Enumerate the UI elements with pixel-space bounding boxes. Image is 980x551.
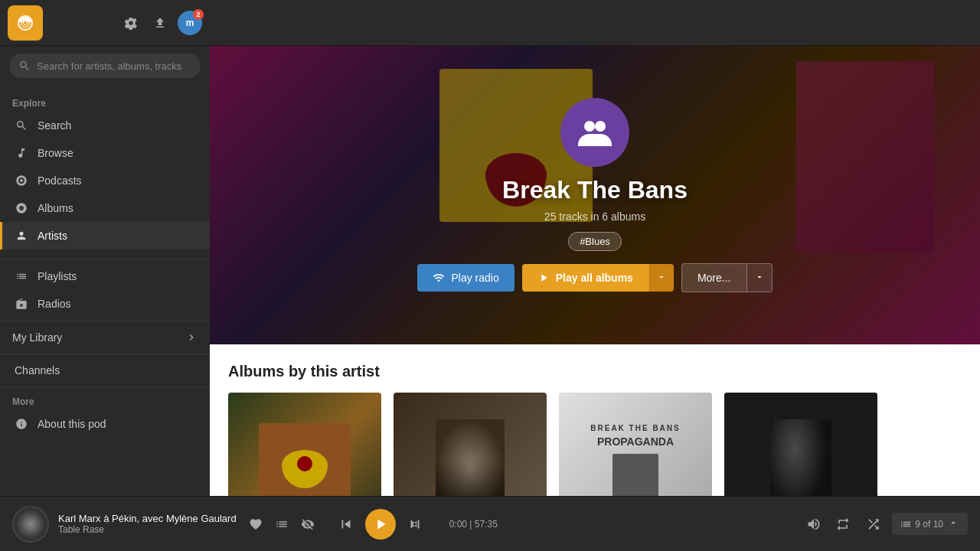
info-icon: [15, 417, 28, 431]
play-all-group: Play all albums: [522, 264, 674, 292]
play-all-label: Play all albums: [556, 272, 633, 284]
player-track-name: Karl Marx à Pékin, avec Mylène Gaulard: [58, 513, 237, 524]
album-card[interactable]: Children In the Closet 2012: [394, 393, 547, 496]
album-thumb: BREAK THE BANS: [228, 393, 381, 496]
search-icon-button[interactable]: [18, 60, 31, 72]
sidebar-item-search-label: Search: [38, 119, 71, 132]
player-thumbnail: [12, 506, 49, 543]
sidebar-item-albums-label: Albums: [38, 202, 74, 214]
app-container: Explore Search Browse Podcasts: [0, 46, 980, 496]
artist-avatar: [560, 98, 629, 167]
play-all-dropdown-button[interactable]: [648, 264, 674, 292]
prev-button[interactable]: [333, 511, 359, 537]
play-all-button[interactable]: Play all albums: [522, 264, 648, 292]
search-container: [0, 46, 210, 86]
svg-point-0: [24, 21, 27, 24]
time-current: 0:00: [449, 519, 467, 530]
sidebar-item-radios-label: Radios: [38, 298, 71, 310]
header-bar: m 2: [0, 0, 980, 46]
sidebar-item-playlists[interactable]: Playlists: [0, 262, 210, 290]
play-radio-label: Play radio: [451, 272, 498, 284]
player-actions-left: [246, 514, 318, 534]
play-radio-button[interactable]: Play radio: [417, 264, 514, 292]
sidebar-item-playlists-label: Playlists: [38, 270, 77, 282]
explore-label: Explore: [0, 92, 210, 112]
queue-button[interactable]: [272, 514, 292, 534]
player-artist-name: Table Rase: [58, 524, 237, 535]
explore-section: Explore Search Browse Podcasts: [0, 86, 210, 256]
player-right: 9 of 10: [803, 512, 968, 536]
sidebar-item-search[interactable]: Search: [0, 112, 210, 139]
podcasts-icon: [15, 174, 28, 187]
avatar-badge: 2: [193, 9, 204, 20]
artist-name: Break The Bans: [502, 176, 688, 204]
more-button[interactable]: More...: [681, 263, 747, 292]
hide-button[interactable]: [298, 514, 318, 534]
play-pause-button[interactable]: [365, 509, 396, 540]
more-label: More...: [697, 272, 731, 284]
more-dropdown-button[interactable]: [747, 263, 773, 292]
sidebar: Explore Search Browse Podcasts: [0, 46, 210, 496]
artists-icon: [15, 229, 28, 243]
player-info: Karl Marx à Pékin, avec Mylène Gaulard T…: [58, 513, 237, 535]
sidebar-item-podcasts[interactable]: Podcasts: [0, 167, 210, 194]
albums-section: Albums by this artist BREAK THE BANS: [210, 344, 980, 496]
sidebar-item-about-label: About this pod: [38, 418, 106, 430]
radios-icon: [15, 297, 28, 311]
avatar-initials: m: [186, 18, 194, 28]
app-logo: [8, 5, 43, 41]
sidebar-item-radios[interactable]: Radios: [0, 290, 210, 318]
my-library-section[interactable]: My Library: [0, 324, 210, 350]
time-display: 0:00 | 57:35: [449, 519, 498, 530]
sidebar-item-channels[interactable]: Channels: [0, 357, 210, 383]
artist-hero: Break The Bans 25 tracks in 6 albums #Bl…: [210, 46, 980, 344]
sidebar-item-artists[interactable]: Artists: [0, 222, 210, 249]
channels-label: Channels: [15, 364, 60, 377]
upload-button[interactable]: [149, 11, 172, 34]
artist-info: Break The Bans 25 tracks in 6 albums #Bl…: [210, 46, 980, 344]
browse-icon: [15, 146, 28, 160]
search-box: [9, 54, 201, 78]
album-card[interactable]: BREAK THE BANS Break The Bans 2014: [228, 393, 381, 496]
more-section-label: More: [0, 390, 210, 410]
player-bar: Karl Marx à Pékin, avec Mylène Gaulard T…: [0, 496, 980, 551]
avatar-button[interactable]: m 2: [178, 11, 202, 35]
next-button[interactable]: [402, 511, 428, 537]
main-content: Break The Bans 25 tracks in 6 albums #Bl…: [210, 46, 980, 496]
svg-point-1: [20, 179, 23, 182]
my-library-label: My Library: [12, 331, 62, 344]
album-thumb: [724, 393, 877, 496]
search-icon: [15, 119, 28, 132]
chevron-right-icon: [185, 331, 198, 344]
shuffle-button[interactable]: [861, 512, 886, 536]
queue-info[interactable]: 9 of 10: [892, 513, 968, 535]
sidebar-item-about[interactable]: About this pod: [0, 410, 210, 438]
more-group: More...: [681, 263, 773, 292]
albums-icon: [15, 201, 28, 215]
sidebar-item-artists-label: Artists: [38, 230, 67, 242]
album-thumb: BREAK THE BANS PROPAGANDA: [559, 393, 712, 496]
volume-button[interactable]: [803, 514, 825, 535]
svg-point-3: [595, 121, 606, 132]
player-controls: [333, 509, 428, 540]
hero-actions: Play radio Play all albums More..: [417, 263, 772, 292]
sidebar-item-albums[interactable]: Albums: [0, 194, 210, 222]
album-card[interactable]: BREAK THE BANS PROPAGANDA Propaganda 201…: [559, 393, 712, 496]
artist-meta: 25 tracks in 6 albums: [544, 210, 645, 223]
album-card[interactable]: Break It Now! 2008: [724, 393, 877, 496]
artist-genre-tag[interactable]: #Blues: [568, 232, 622, 251]
sidebar-item-podcasts-label: Podcasts: [38, 174, 82, 187]
playlists-icon: [15, 269, 28, 283]
sidebar-item-browse[interactable]: Browse: [0, 139, 210, 167]
top-actions: m 2: [119, 11, 202, 35]
albums-section-title: Albums by this artist: [228, 363, 962, 380]
album-thumb: [394, 393, 547, 496]
settings-button[interactable]: [119, 11, 142, 34]
time-total: 57:35: [475, 519, 498, 530]
search-input[interactable]: [37, 60, 191, 72]
like-button[interactable]: [246, 514, 266, 534]
queue-expand-button[interactable]: [946, 516, 960, 532]
sidebar-item-browse-label: Browse: [38, 147, 74, 159]
svg-point-2: [584, 121, 595, 132]
repeat-button[interactable]: [831, 512, 855, 536]
